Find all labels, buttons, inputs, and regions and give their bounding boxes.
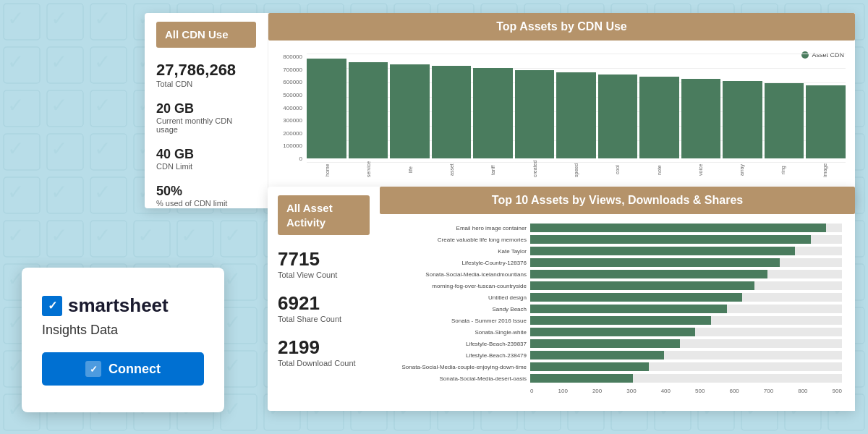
hbar-track-13 — [530, 374, 842, 383]
cdn-stat-section: All CDN Use 27,786,268 Total CDN 20 GB C… — [145, 13, 268, 208]
hbar-row-5: morning-fog-over-tuscan-countryside — [393, 281, 842, 290]
bar-7 — [598, 75, 638, 158]
x-axis-labels: home service life asset tariff created s… — [307, 163, 846, 177]
hbar-track-3 — [530, 258, 842, 267]
share-count-label: Total Share Count — [278, 315, 370, 323]
hbar-track-7 — [530, 305, 842, 313]
smartsheet-icon: ✓ — [42, 296, 62, 316]
hbar-label-7: Sandy Beach — [393, 306, 527, 312]
hbar-fill-5 — [530, 281, 754, 290]
hbar-chart: Email hero image container Create valuab… — [386, 220, 849, 405]
cdn-limit-value: 40 GB — [156, 147, 256, 162]
asset-chart-body: Email hero image container Create valuab… — [380, 214, 855, 411]
hbar-fill-9 — [530, 328, 695, 336]
hbar-row-0: Email hero image container — [393, 224, 842, 232]
share-count-value: 6921 — [278, 292, 370, 315]
hbar-track-2 — [530, 247, 842, 255]
bar-10 — [723, 81, 762, 158]
bar-0 — [307, 59, 346, 158]
cdn-chart-section: Top Assets by CDN Use Asset CDN 800000 7… — [268, 13, 855, 208]
hbar-label-13: Sonata-Social-Media-desert-oasis — [393, 375, 527, 382]
hbar-label-11: Lifestyle-Beach-238479 — [393, 352, 527, 359]
cdn-chart-header: Top Assets by CDN Use — [268, 13, 855, 41]
cdn-header: All CDN Use — [156, 22, 256, 48]
hbar-fill-1 — [530, 235, 811, 244]
asset-chart-section: Top 10 Assets by Views, Downloads & Shar… — [380, 187, 855, 411]
cdn-limit-label: CDN Limit — [156, 162, 256, 171]
smartsheet-card: ✓ smartsheet Insights Data ✓ Connect — [22, 268, 224, 412]
bar-6 — [556, 72, 596, 158]
hbar-row-4: Sonata-Social-Media-Icelandmountians — [393, 270, 842, 278]
hbar-row-13: Sonata-Social-Media-desert-oasis — [393, 374, 842, 383]
hbar-row-3: Lifestyle-Country-128376 — [393, 258, 842, 267]
hbar-row-12: Sonata-Social-Media-couple-enjoying-down… — [393, 362, 842, 371]
top-panel: All CDN Use 27,786,268 Total CDN 20 GB C… — [145, 13, 855, 208]
hbar-row-6: Untitled design — [393, 293, 842, 302]
hbar-label-8: Sonata - Summer 2016 Issue — [393, 318, 527, 324]
hbar-label-2: Kate Taylor — [393, 248, 527, 255]
connect-icon: ✓ — [85, 361, 101, 377]
connect-label: Connect — [109, 362, 161, 377]
bar-12 — [806, 85, 846, 159]
hbar-fill-0 — [530, 224, 826, 232]
connect-button[interactable]: ✓ Connect — [42, 352, 204, 386]
hbar-row-2: Kate Taylor — [393, 247, 842, 255]
bar-1 — [349, 62, 388, 158]
hbar-label-0: Email hero image container — [393, 225, 527, 231]
hbar-track-8 — [530, 316, 842, 325]
bar-8 — [639, 77, 679, 158]
bottom-panel: All Asset Activity 7715 Total View Count… — [268, 187, 855, 411]
check-mark: ✓ — [48, 299, 57, 312]
hbar-fill-10 — [530, 339, 680, 348]
total-cdn-value: 27,786,268 — [156, 61, 256, 80]
hbar-label-5: morning-fog-over-tuscan-countryside — [393, 283, 527, 289]
smartsheet-name: smartsheet — [68, 294, 169, 317]
bar-3 — [432, 66, 472, 158]
hbar-label-12: Sonata-Social-Media-couple-enjoying-down… — [393, 364, 527, 370]
cdn-pct-value: 50% — [156, 184, 256, 199]
hbar-label-6: Untitled design — [393, 294, 527, 301]
hbar-x-axis: 0 100 200 300 400 500 600 700 800 900 — [393, 388, 842, 394]
hbar-track-9 — [530, 328, 842, 336]
smartsheet-logo: ✓ smartsheet — [42, 294, 169, 317]
hbar-fill-3 — [530, 258, 780, 267]
monthly-cdn-value: 20 GB — [156, 101, 256, 116]
hbar-row-8: Sonata - Summer 2016 Issue — [393, 316, 842, 325]
monthly-cdn-label: Current monthly CDN usage — [156, 116, 256, 134]
cdn-bar-chart: 800000 700000 600000 500000 400000 30000… — [274, 46, 849, 180]
hbar-fill-6 — [530, 293, 742, 302]
cdn-chart-body: Asset CDN 800000 700000 600000 500000 40… — [268, 41, 855, 208]
hbar-label-3: Lifestyle-Country-128376 — [393, 260, 527, 266]
hbar-track-5 — [530, 281, 842, 290]
hbar-track-10 — [530, 339, 842, 348]
hbar-row-9: Sonata-Single-white — [393, 328, 842, 336]
activity-header: All Asset Activity — [278, 195, 370, 235]
bar-2 — [390, 64, 430, 159]
cdn-pct-label: % used of CDN limit — [156, 199, 256, 208]
hbar-track-6 — [530, 293, 842, 302]
bar-5 — [515, 70, 555, 158]
hbar-track-11 — [530, 351, 842, 359]
hbar-track-1 — [530, 235, 842, 244]
hbar-track-4 — [530, 270, 842, 278]
hbar-label-1: Create valuable life long memories — [393, 237, 527, 243]
hbar-row-1: Create valuable life long memories — [393, 235, 842, 244]
hbar-row-7: Sandy Beach — [393, 305, 842, 313]
hbar-fill-12 — [530, 362, 649, 371]
smartsheet-subtitle: Insights Data — [42, 323, 118, 338]
asset-chart-header: Top 10 Assets by Views, Downloads & Shar… — [380, 187, 855, 214]
hbar-fill-8 — [530, 316, 711, 325]
bar-container — [274, 46, 849, 176]
hbar-label-10: Lifestyle-Beach-239837 — [393, 341, 527, 347]
download-count-value: 2199 — [278, 336, 370, 359]
hbar-fill-7 — [530, 305, 727, 313]
hbar-fill-13 — [530, 374, 633, 383]
bar-11 — [765, 83, 804, 158]
view-count-label: Total View Count — [278, 271, 370, 279]
hbar-track-0 — [530, 224, 842, 232]
hbar-label-9: Sonata-Single-white — [393, 329, 527, 336]
hbar-fill-4 — [530, 270, 767, 278]
hbar-row-10: Lifestyle-Beach-239837 — [393, 339, 842, 348]
bar-9 — [681, 79, 721, 158]
bar-4 — [473, 68, 513, 158]
